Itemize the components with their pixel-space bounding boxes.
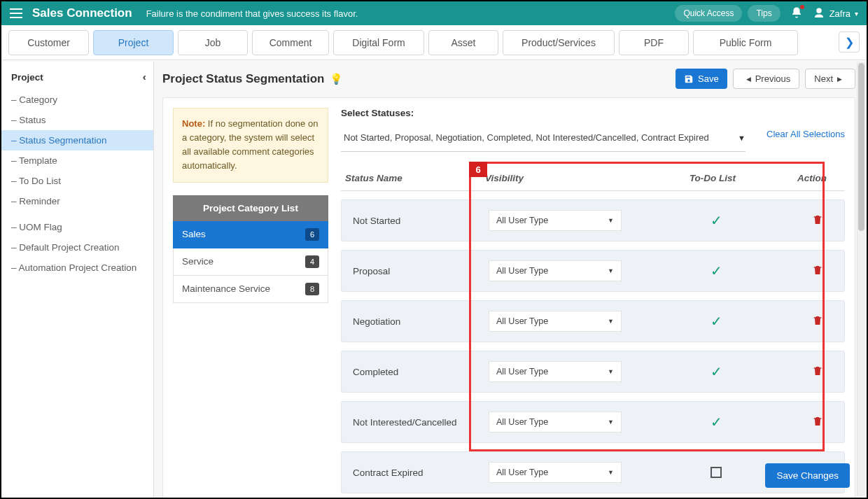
sidebar-item-automation-project-creation[interactable]: – Automation Project Creation [1,258,153,278]
status-table-header: Status Name Visibility To-Do List Action [341,167,845,191]
delete-icon[interactable] [812,318,823,329]
visibility-select[interactable]: All User Type▼ [489,210,622,231]
category-list-header: Project Category List [173,195,328,221]
status-row: ProposalAll User Type▼✓ [341,250,845,292]
sidebar-item-status[interactable]: – Status [1,110,153,130]
visibility-select[interactable]: All User Type▼ [489,412,622,433]
tab-digital-form[interactable]: Digital Form [333,30,424,55]
note-label: Note: [182,118,205,129]
visibility-select[interactable]: All User Type▼ [489,311,622,332]
category-badge: 8 [305,283,319,295]
sidebar-item-todo-list[interactable]: – To Do List [1,171,153,191]
tab-comment[interactable]: Comment [252,30,329,55]
tips-button[interactable]: Tips [748,5,780,22]
delete-icon[interactable] [812,268,823,279]
tagline-text: Failure is the condiment that gives succ… [146,8,358,19]
status-name: Not Started [349,216,489,226]
delete-icon[interactable] [812,419,823,430]
save-button[interactable]: Save [676,69,727,89]
tab-pdf[interactable]: PDF [619,30,689,55]
sidebar: Project ‹‹ – Category – Status – Status … [1,62,154,498]
checkbox-empty[interactable] [710,467,722,478]
top-bar: Sales Connection Failure is the condimen… [1,1,867,25]
user-name: Zafra [830,8,850,19]
statuses-dropdown[interactable]: Not Started, Proposal, Negotiation, Comp… [341,128,746,152]
status-name: Proposal [349,266,489,276]
tab-asset[interactable]: Asset [428,30,498,55]
page-title: Project Status Segmentation [162,72,324,86]
sidebar-item-reminder[interactable]: – Reminder [1,191,153,211]
note-box: Note: If no segmentation done on a categ… [173,108,328,183]
col-action: Action [758,173,841,183]
select-statuses-label: Select Statuses: [341,108,845,118]
hint-bulb-icon[interactable]: 💡 [330,73,343,85]
sidebar-item-category[interactable]: – Category [1,90,153,110]
visibility-select[interactable]: All User Type▼ [489,462,622,483]
category-badge: 4 [305,255,319,268]
main-tabs: Customer Project Job Comment Digital For… [1,25,867,60]
statuses-value: Not Started, Proposal, Negotiation, Comp… [341,128,731,147]
sidebar-title: Project [11,72,43,83]
status-row: CompletedAll User Type▼✓ [341,351,845,393]
tab-customer[interactable]: Customer [8,30,89,55]
sidebar-item-uom-flag[interactable]: – UOM Flag [1,217,153,237]
main-content: Project Status Segmentation 💡 Save ◀Prev… [154,62,867,498]
status-row: Not Interested/CancelledAll User Type▼✓ [341,401,845,443]
previous-button[interactable]: ◀Previous [733,69,800,89]
check-icon[interactable]: ✓ [710,213,722,228]
quick-access-button[interactable]: Quick Access [675,5,742,22]
user-menu[interactable]: Zafra ▾ [813,7,858,20]
visibility-select[interactable]: All User Type▼ [489,361,622,382]
col-visibility: Visibility [485,173,667,183]
delete-icon[interactable] [812,218,823,228]
tabs-scroll-right-icon[interactable]: ❯ [839,31,860,52]
status-name: Negotiation [349,316,489,327]
status-row: NegotiationAll User Type▼✓ [341,300,845,342]
col-status-name: Status Name [345,173,485,183]
chevron-down-icon: ▼ [738,134,746,142]
tab-product-services[interactable]: Product/Services [503,30,615,55]
check-icon[interactable]: ✓ [710,263,722,279]
tab-job[interactable]: Job [178,30,248,55]
menu-icon[interactable] [10,8,22,18]
check-icon[interactable]: ✓ [710,364,722,379]
check-icon[interactable]: ✓ [710,414,722,430]
category-item-sales[interactable]: Sales 6 [173,221,328,248]
category-item-maintenance-service[interactable]: Maintenance Service 8 [173,276,328,303]
sidebar-item-default-project-creation[interactable]: – Default Project Creation [1,237,153,258]
tab-public-form[interactable]: Public Form [693,30,798,55]
save-changes-button[interactable]: Save Changes [765,463,850,488]
chevron-down-icon: ▾ [855,10,858,17]
check-icon[interactable]: ✓ [710,314,722,329]
brand-title: Sales Connection [32,6,132,20]
delete-icon[interactable] [812,369,823,379]
tab-project[interactable]: Project [93,30,174,55]
sidebar-item-template[interactable]: – Template [1,150,153,171]
clear-all-selections-link[interactable]: Clear All Selections [766,128,845,141]
status-name: Not Interested/Cancelled [349,417,489,428]
col-todo: To-Do List [667,173,758,183]
sidebar-item-status-segmentation[interactable]: – Status Segmentation [1,130,153,150]
vertical-scrollbar[interactable] [857,62,865,496]
status-name: Completed [349,367,489,377]
status-row: Not StartedAll User Type▼✓ [341,199,845,241]
visibility-select[interactable]: All User Type▼ [489,260,622,281]
notifications-icon[interactable] [790,6,803,21]
next-button[interactable]: Next▶ [805,69,855,89]
sidebar-collapse-icon[interactable]: ‹‹ [143,71,144,83]
category-badge: 6 [305,228,319,241]
category-item-service[interactable]: Service 4 [173,248,328,276]
status-name: Contract Expired [349,468,489,478]
